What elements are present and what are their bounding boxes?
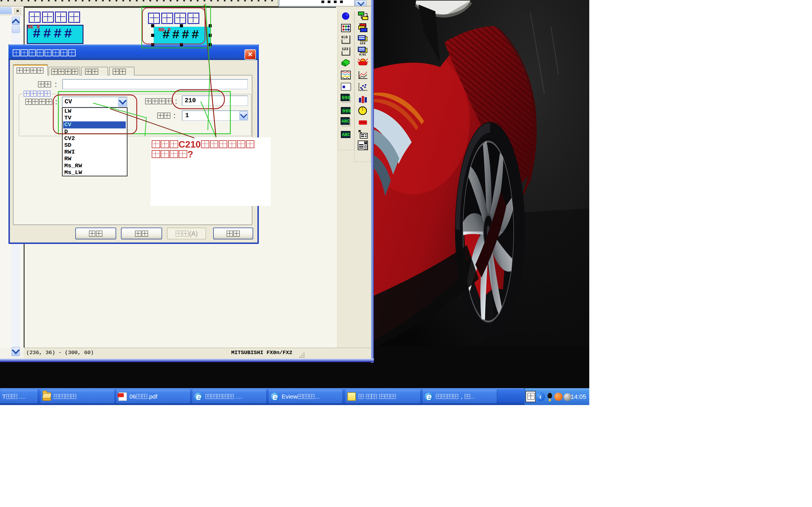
svg-text:999: 999 xyxy=(342,108,351,114)
svg-text:H├O1: H├O1 xyxy=(359,53,366,56)
svg-text:ABC: ABC xyxy=(342,132,350,137)
svg-text:H├O: H├O xyxy=(342,36,348,40)
svg-text:999: 999 xyxy=(342,95,350,101)
svg-text:ABC: ABC xyxy=(342,119,350,124)
svg-text:123: 123 xyxy=(342,47,349,51)
svg-text:123: 123 xyxy=(360,42,365,45)
